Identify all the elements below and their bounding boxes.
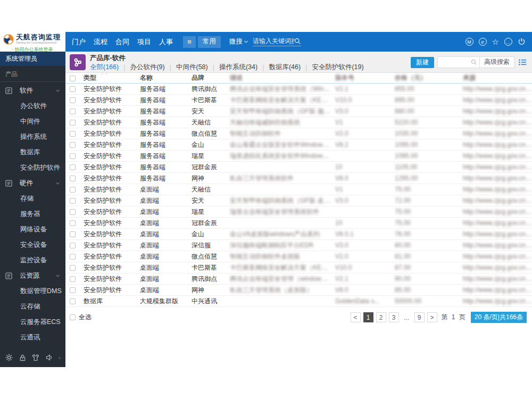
power-icon[interactable] [518, 38, 526, 46]
more-icon[interactable]: … [504, 38, 512, 46]
row-checkbox[interactable] [70, 120, 76, 126]
row-checkbox[interactable] [70, 153, 76, 159]
m-badge-icon[interactable]: M [466, 38, 473, 46]
page-button-3[interactable]: 3 [389, 312, 399, 322]
sidebar-group-1[interactable]: 软件 [0, 83, 65, 98]
sidebar-item[interactable]: 网络设备 [0, 222, 65, 237]
select-all-checkbox[interactable] [70, 314, 76, 320]
sidebar-item[interactable]: 存储 [0, 191, 65, 206]
row-checkbox[interactable] [70, 97, 76, 103]
favorite-star-icon[interactable]: ☆ [492, 38, 499, 46]
page-jump-label[interactable]: 第 1 页 [442, 313, 467, 322]
chevron-down-icon [56, 88, 60, 92]
cell-price: 1035.00 [385, 130, 463, 137]
cell-version: V3.0 [335, 107, 385, 115]
row-checkbox[interactable] [70, 187, 76, 193]
row-checkbox[interactable] [70, 254, 76, 260]
sound-speaker-icon[interactable] [45, 353, 54, 362]
column-header-desc[interactable]: 描述 [230, 73, 335, 82]
lock-icon[interactable] [19, 354, 27, 362]
row-checkbox[interactable] [70, 109, 76, 114]
top-bar: 天航咨询监理 Tianhang Info Consulting&Supervis… [0, 32, 532, 52]
sidebar-item[interactable]: 服务器 [0, 206, 65, 222]
theme-shirt-icon[interactable] [31, 353, 40, 362]
nav-menu-button[interactable]: ≡ [183, 36, 196, 48]
select-all-control[interactable]: 全选 [70, 313, 92, 322]
page-button-2[interactable]: 2 [376, 312, 386, 322]
table-row: 安全防护软件桌面端网神私自三方管理系统（桌面版）V8.085.00http://… [65, 285, 532, 296]
row-checkbox[interactable] [70, 164, 76, 170]
sidebar-item[interactable]: 中间件 [0, 114, 65, 129]
row-checkbox[interactable] [70, 298, 76, 304]
sidebar-group-2[interactable]: 硬件 [0, 176, 65, 191]
tab-6[interactable]: 安全防护软件(19) [312, 63, 363, 72]
row-checkbox[interactable] [70, 86, 76, 92]
nav-item-1[interactable]: 门户 [72, 37, 86, 47]
page-button-1[interactable]: 1 [363, 312, 373, 322]
page-button-9[interactable]: 9 [414, 312, 425, 322]
nav-item-4[interactable]: 项目 [137, 37, 151, 47]
tab-5[interactable]: 数据库(46) [269, 63, 301, 72]
advanced-search-button[interactable]: 高级搜索 [479, 56, 514, 68]
search-icon[interactable] [471, 59, 477, 65]
settings-gear-icon[interactable] [5, 353, 13, 362]
nav-favorites-button[interactable]: 常用 [198, 36, 221, 48]
page-size-badge[interactable]: 20 条/页|共166条 [471, 312, 527, 323]
nav-item-2[interactable]: 流程 [94, 37, 107, 47]
nav-item-5[interactable]: 人事 [159, 37, 173, 47]
row-checkbox[interactable] [70, 276, 76, 282]
sidebar-group-3[interactable]: 云资源 [0, 268, 65, 284]
cell-source: http://www.zjcg.gov.cn/djg/ [463, 275, 532, 282]
sidebar-item[interactable]: 云通讯 [0, 330, 65, 345]
nav-item-3[interactable]: 合同 [115, 37, 129, 47]
collapse-chevron-icon[interactable]: ‹ [59, 355, 60, 361]
new-button[interactable]: 新建 [411, 57, 434, 68]
cell-version: V10.0 [335, 96, 385, 104]
row-checkbox[interactable] [70, 142, 76, 148]
sidebar-item[interactable]: 数据库 [0, 145, 65, 160]
row-checkbox[interactable] [70, 231, 76, 237]
search-scope-dropdown[interactable]: 微搜 [229, 37, 247, 46]
row-checkbox[interactable] [70, 243, 76, 248]
column-header-brand[interactable]: 品牌 [192, 73, 230, 82]
row-checkbox[interactable] [70, 220, 76, 226]
sidebar-item[interactable]: 安全防护软件 [0, 160, 65, 176]
cell-name: 桌面端 [140, 196, 192, 205]
search-icon[interactable] [294, 38, 301, 45]
column-header-source[interactable]: 来源 [463, 73, 532, 82]
select-all-checkbox[interactable] [70, 76, 76, 81]
table-body: 安全防护软件服务器端腾讯御点腾讯企业终端安全管理系统（Windows版）V2.1… [65, 84, 532, 307]
tab-3[interactable]: 中间件(58) [176, 63, 208, 72]
cell-type: 数据库 [84, 297, 140, 306]
row-checkbox[interactable] [70, 265, 76, 271]
row-checkbox[interactable] [70, 209, 76, 215]
message-icon[interactable]: e [479, 38, 487, 46]
row-checkbox[interactable] [70, 287, 76, 293]
column-header-type[interactable]: 类型 [84, 73, 140, 82]
column-header-name[interactable]: 名称 [140, 73, 192, 82]
column-header-version[interactable]: 版本号 [335, 73, 385, 82]
sidebar-item[interactable]: 安全设备 [0, 237, 65, 253]
sidebar-item[interactable]: 云存储 [0, 299, 65, 314]
tab-separator: | [262, 64, 264, 71]
row-checkbox[interactable] [70, 198, 76, 204]
page-button->[interactable]: > [427, 312, 437, 322]
sidebar-item[interactable]: 操作系统 [0, 129, 65, 145]
sidebar-item[interactable]: 办公软件 [0, 98, 65, 114]
sidebar-item[interactable]: 云服务器ECS [0, 314, 65, 330]
sidebar-item[interactable]: 监控设备 [0, 253, 65, 268]
tab-4[interactable]: 操作系统(34) [219, 63, 257, 72]
cell-name: 桌面端 [140, 263, 192, 272]
column-header-price[interactable]: 价格（元） [385, 73, 463, 82]
table-search-input[interactable] [438, 59, 469, 65]
row-checkbox[interactable] [70, 176, 76, 181]
row-checkbox[interactable] [70, 131, 76, 137]
tab-2[interactable]: 办公软件(9) [130, 63, 164, 72]
cell-source: http://www.zjcg.gov.cn/djg/ [463, 163, 532, 171]
page-button-<[interactable]: < [351, 312, 361, 322]
tab-1[interactable]: 全部(166) [90, 63, 119, 72]
list-view-icon[interactable] [519, 59, 527, 66]
sidebar-item[interactable]: 数据管理DMS [0, 284, 65, 299]
company-logo-icon [3, 34, 14, 45]
global-search-input[interactable] [253, 37, 294, 45]
